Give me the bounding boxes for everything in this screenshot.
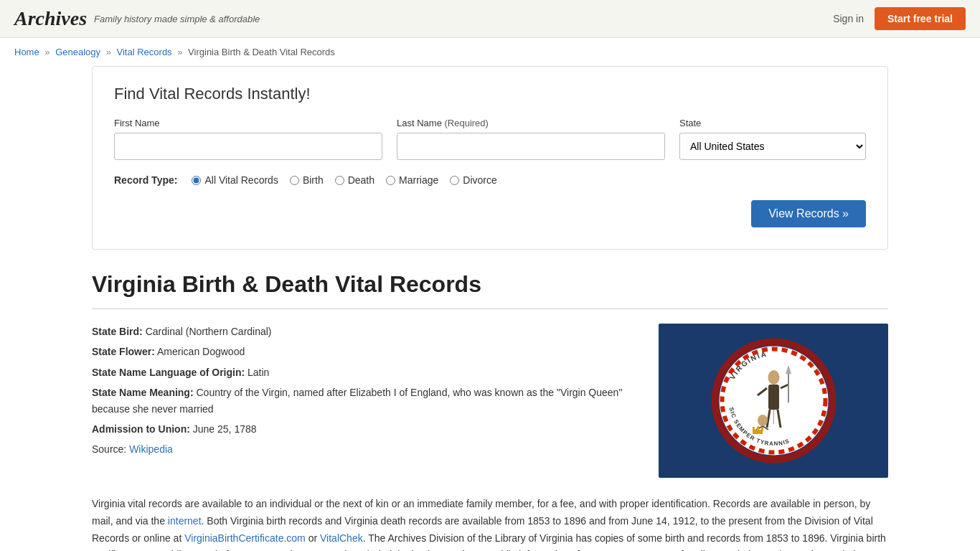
- radio-birth[interactable]: Birth: [290, 174, 324, 186]
- admission-value: June 25, 1788: [193, 423, 257, 435]
- first-name-group: First Name: [114, 118, 382, 160]
- start-trial-button[interactable]: Start free trial: [875, 7, 966, 30]
- radio-marriage-label[interactable]: Marriage: [399, 174, 438, 186]
- state-meaning-label: State Name Meaning:: [92, 387, 194, 398]
- first-name-label: First Name: [114, 118, 382, 128]
- breadcrumb-vital-records[interactable]: Vital Records: [117, 47, 172, 57]
- main-content: Find Vital Records Instantly! First Name…: [77, 66, 903, 551]
- state-group: State All United States Alabama Alaska A…: [679, 118, 866, 160]
- state-info-text: State Bird: Cardinal (Northern Cardinal)…: [92, 324, 637, 478]
- first-name-input[interactable]: [114, 133, 382, 160]
- source-line: Source: Wikipedia: [92, 441, 637, 457]
- breadcrumb-sep-1: »: [44, 47, 50, 57]
- logo: Archives: [14, 7, 87, 30]
- state-language-label: State Name Language of Origin:: [92, 367, 245, 378]
- svg-rect-7: [768, 385, 779, 410]
- header: Archives Family history made simple & af…: [0, 0, 980, 38]
- radio-marriage[interactable]: Marriage: [386, 174, 438, 186]
- radio-group: All Vital Records Birth Death Marriage D…: [192, 174, 496, 186]
- state-select[interactable]: All United States Alabama Alaska Arizona…: [679, 133, 866, 160]
- wikipedia-link[interactable]: Wikipedia: [129, 443, 173, 455]
- radio-death-label[interactable]: Death: [348, 174, 374, 186]
- radio-divorce-label[interactable]: Divorce: [463, 174, 496, 186]
- state-bird-value: Cardinal (Northern Cardinal): [146, 326, 272, 337]
- state-flower-line: State Flower: American Dogwood: [92, 344, 637, 359]
- admission-label: Admission to Union:: [92, 423, 190, 435]
- radio-death[interactable]: Death: [335, 174, 374, 186]
- breadcrumb: Home » Genealogy » Vital Records » Virgi…: [0, 38, 980, 66]
- record-type-label: Record Type:: [114, 174, 177, 186]
- radio-divorce[interactable]: Divorce: [450, 174, 496, 186]
- page-title: Virginia Birth & Death Vital Records: [92, 271, 888, 298]
- breadcrumb-sep-2: »: [106, 47, 111, 57]
- virginia-birth-cert-link[interactable]: VirginiaBirthCertificate.com: [184, 532, 306, 544]
- record-type-row: Record Type: All Vital Records Birth Dea…: [114, 174, 866, 186]
- header-right: Sign in Start free trial: [833, 7, 966, 30]
- state-label: State: [679, 118, 866, 128]
- description-paragraph: Virginia vital records are available to …: [92, 496, 888, 551]
- state-language-line: State Name Language of Origin: Latin: [92, 364, 637, 380]
- search-box: Find Vital Records Instantly! First Name…: [92, 66, 888, 250]
- state-flag: VIRGINIA SIC SEMPER TYRANNIS: [659, 324, 888, 478]
- header-left: Archives Family history made simple & af…: [14, 7, 260, 30]
- tagline: Family history made simple & affordable: [94, 14, 260, 24]
- svg-rect-19: [757, 426, 759, 431]
- svg-point-14: [758, 415, 768, 426]
- breadcrumb-current: Virginia Birth & Death Vital Records: [188, 47, 335, 57]
- svg-point-6: [768, 370, 779, 385]
- radio-all-vital-records[interactable]: All Vital Records: [192, 174, 278, 186]
- state-bird-label: State Bird:: [92, 326, 143, 337]
- virginia-flag-bg: VIRGINIA SIC SEMPER TYRANNIS: [659, 324, 888, 478]
- state-info-section: State Bird: Cardinal (Northern Cardinal)…: [92, 324, 888, 478]
- title-divider: [92, 309, 888, 309]
- view-records-row: View Records »: [114, 200, 866, 227]
- search-fields: First Name Last Name (Required) State Al…: [114, 118, 866, 160]
- breadcrumb-sep-3: »: [177, 47, 182, 57]
- last-name-input[interactable]: [397, 133, 665, 160]
- search-title: Find Vital Records Instantly!: [114, 85, 866, 103]
- svg-rect-20: [761, 427, 763, 431]
- breadcrumb-home[interactable]: Home: [14, 47, 39, 57]
- breadcrumb-genealogy[interactable]: Genealogy: [55, 47, 100, 57]
- state-bird-line: State Bird: Cardinal (Northern Cardinal): [92, 324, 637, 339]
- state-flower-label: State Flower:: [92, 346, 155, 357]
- radio-birth-label[interactable]: Birth: [303, 174, 324, 186]
- state-meaning-line: State Name Meaning: Country of the Virgi…: [92, 385, 637, 417]
- source-label: Source:: [92, 443, 126, 455]
- last-name-label: Last Name (Required): [397, 118, 665, 128]
- state-language-value: Latin: [248, 367, 269, 378]
- state-flower-value: American Dogwood: [157, 346, 245, 357]
- svg-rect-18: [753, 427, 755, 431]
- required-text: (Required): [445, 118, 489, 128]
- last-name-group: Last Name (Required): [397, 118, 665, 160]
- sign-in-link[interactable]: Sign in: [833, 13, 864, 24]
- admission-line: Admission to Union: June 25, 1788: [92, 421, 637, 437]
- view-records-button[interactable]: View Records »: [751, 200, 866, 227]
- virginia-seal-svg: VIRGINIA SIC SEMPER TYRANNIS: [711, 338, 837, 463]
- radio-all-label[interactable]: All Vital Records: [204, 174, 278, 186]
- internet-link[interactable]: internet: [168, 515, 202, 527]
- vitalchek-link[interactable]: VitalChek: [320, 532, 363, 544]
